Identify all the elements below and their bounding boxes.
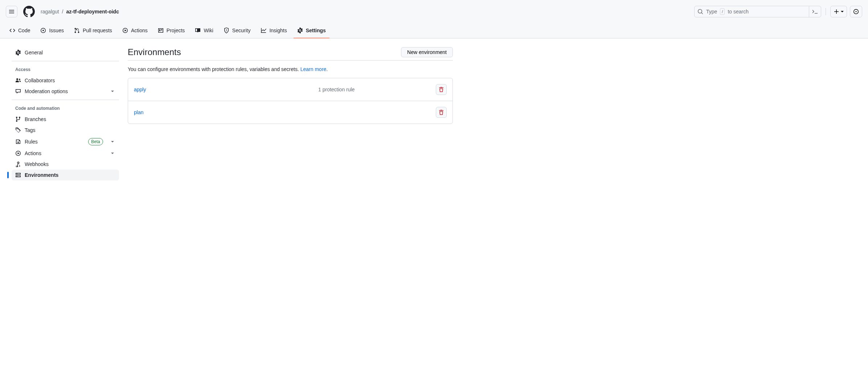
sidebar-item-tags[interactable]: Tags [12, 125, 119, 136]
search-icon [697, 9, 703, 14]
nav-projects[interactable]: Projects [154, 23, 189, 38]
nav-issues-label: Issues [49, 28, 64, 33]
breadcrumb-repo[interactable]: az-tf-deployment-oidc [66, 9, 119, 14]
nav-issues[interactable]: Issues [37, 23, 67, 38]
sidebar-section-access: Access [12, 64, 119, 75]
sidebar-item-general[interactable]: General [12, 47, 119, 58]
nav-actions[interactable]: Actions [119, 23, 151, 38]
comment-icon [15, 88, 21, 94]
environments-list: apply 1 protection rule plan [128, 78, 453, 124]
sidebar-item-label: Environments [25, 172, 58, 178]
play-icon [15, 150, 21, 156]
breadcrumb-owner[interactable]: ragalgut [41, 9, 59, 14]
delete-environment-button[interactable] [436, 84, 447, 95]
hamburger-menu-button[interactable] [6, 6, 17, 17]
header-divider [826, 8, 826, 15]
repo-nav: Code Issues Pull requests Actions Projec… [0, 23, 868, 38]
sidebar-item-label: Tags [25, 127, 36, 133]
play-icon [122, 28, 128, 33]
settings-sidebar: General Access Collaborators Moderation … [12, 47, 119, 180]
sidebar-item-label: Actions [25, 150, 41, 156]
nav-security[interactable]: Security [220, 23, 254, 38]
sidebar-item-label: Collaborators [25, 78, 55, 83]
search-suffix: to search [728, 9, 749, 14]
sidebar-item-rules[interactable]: Rules Beta [12, 136, 119, 148]
environment-rule-text: 1 protection rule [237, 87, 436, 92]
environment-name-link[interactable]: apply [134, 87, 237, 92]
issues-button[interactable] [850, 6, 862, 17]
sidebar-item-label: Moderation options [25, 88, 68, 94]
terminal-icon [812, 9, 818, 14]
sidebar-item-actions[interactable]: Actions [12, 148, 119, 159]
search-input[interactable]: Type / to search [694, 6, 821, 17]
sidebar-section-code-automation: Code and automation [12, 103, 119, 114]
breadcrumb: ragalgut / az-tf-deployment-oidc [41, 9, 119, 14]
content-description: You can configure environments with prot… [128, 66, 453, 72]
graph-icon [261, 28, 266, 33]
sidebar-item-collaborators[interactable]: Collaborators [12, 75, 119, 86]
gear-icon [15, 50, 21, 55]
nav-wiki-label: Wiki [204, 28, 213, 33]
github-logo-icon [23, 6, 35, 17]
trash-icon [438, 109, 444, 115]
search-prefix: Type [706, 9, 717, 14]
nav-pr-label: Pull requests [83, 28, 112, 33]
caret-down-icon [841, 10, 844, 13]
plus-icon [834, 9, 839, 14]
sidebar-item-moderation[interactable]: Moderation options [12, 86, 119, 97]
sidebar-item-environments[interactable]: Environments [12, 170, 119, 180]
content-area: Environments New environment You can con… [128, 47, 453, 180]
page-title: Environments [128, 47, 181, 57]
book-icon [195, 28, 201, 33]
issue-dot-icon [853, 9, 859, 14]
environment-name-link[interactable]: plan [134, 109, 237, 115]
menu-icon [9, 9, 15, 14]
nav-projects-label: Projects [167, 28, 185, 33]
sidebar-item-label: Branches [25, 116, 46, 122]
desc-period: . [326, 66, 328, 72]
gear-icon [297, 28, 303, 33]
app-header: ragalgut / az-tf-deployment-oidc Type / … [0, 0, 868, 23]
branch-icon [15, 116, 21, 122]
desc-text: You can configure environments with prot… [128, 66, 300, 72]
upload-icon [15, 139, 21, 145]
webhook-icon [15, 161, 21, 167]
nav-security-label: Security [232, 28, 251, 33]
github-logo-link[interactable] [23, 6, 35, 17]
sidebar-item-webhooks[interactable]: Webhooks [12, 159, 119, 170]
sidebar-item-label: General [25, 50, 43, 55]
nav-settings-label: Settings [306, 28, 326, 33]
nav-pull-requests[interactable]: Pull requests [70, 23, 116, 38]
project-icon [158, 28, 164, 33]
tag-icon [15, 127, 21, 133]
pull-request-icon [74, 28, 80, 33]
nav-wiki[interactable]: Wiki [191, 23, 217, 38]
nav-insights[interactable]: Insights [257, 23, 290, 38]
issue-icon [40, 28, 46, 33]
delete-environment-button[interactable] [436, 107, 447, 118]
environment-row: apply 1 protection rule [128, 78, 453, 101]
environment-row: plan [128, 101, 453, 124]
nav-actions-label: Actions [131, 28, 148, 33]
content-header: Environments New environment [128, 47, 453, 61]
command-palette-button[interactable] [809, 6, 818, 17]
nav-code-label: Code [18, 28, 30, 33]
main-layout: General Access Collaborators Moderation … [0, 38, 464, 189]
nav-settings[interactable]: Settings [294, 23, 329, 38]
beta-badge: Beta [88, 138, 103, 145]
nav-code[interactable]: Code [6, 23, 34, 38]
sidebar-item-label: Webhooks [25, 161, 49, 167]
learn-more-link[interactable]: Learn more [300, 66, 327, 72]
server-icon [15, 172, 21, 178]
chevron-down-icon [110, 150, 115, 156]
shield-icon [224, 28, 229, 33]
sidebar-divider [12, 100, 119, 100]
code-icon [9, 28, 15, 33]
chevron-down-icon [110, 88, 115, 94]
sidebar-item-branches[interactable]: Branches [12, 114, 119, 125]
search-key-hint: / [720, 8, 725, 15]
sidebar-divider [12, 61, 119, 61]
create-new-button[interactable] [830, 6, 847, 17]
chevron-down-icon [110, 139, 115, 145]
new-environment-button[interactable]: New environment [401, 47, 453, 57]
